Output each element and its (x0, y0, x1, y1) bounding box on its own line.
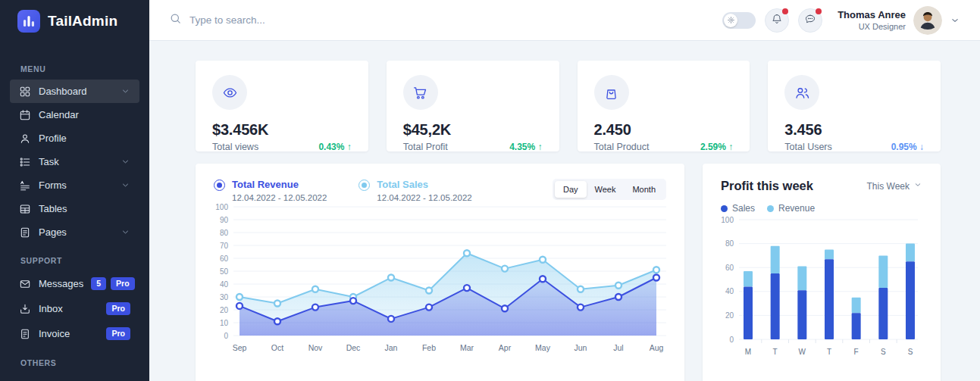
cart-icon (403, 75, 438, 110)
radio-icon (358, 180, 370, 191)
user-info: Thomas Anree UX Designer (838, 9, 906, 31)
notifications-button[interactable] (765, 8, 789, 33)
sidebar-item-label: Tables (39, 203, 67, 214)
mail-icon (19, 278, 31, 290)
svg-text:Jul: Jul (613, 343, 623, 352)
svg-text:Apr: Apr (499, 343, 512, 352)
stat-card-total-product: 2.450Total Product2.59% ↑ (578, 61, 750, 151)
main-area: Thomas Anree UX Designer (149, 0, 980, 381)
invoice-icon (19, 328, 31, 340)
svg-text:W: W (799, 348, 806, 356)
sidebar: TailAdmin MENUDashboardCalendarProfileTa… (0, 0, 149, 381)
svg-text:T: T (773, 348, 778, 356)
chevron-down-icon (121, 180, 130, 190)
revenue-chart-card: Total Revenue 12.04.2022 - 12.05.2022 To… (196, 164, 684, 381)
forms-icon (19, 180, 31, 192)
user-role: UX Designer (838, 22, 906, 31)
week-select-value: This Week (867, 181, 910, 192)
top-header: Thomas Anree UX Designer (149, 0, 980, 41)
messages-button[interactable] (798, 8, 822, 33)
stat-label: Total Profit (403, 142, 448, 152)
radio-icon (214, 180, 225, 191)
svg-text:Oct: Oct (271, 343, 283, 352)
series-date-range: 12.04.2022 - 12.05.2022 (232, 193, 327, 202)
period-button-month[interactable]: Month (624, 181, 664, 198)
svg-text:80: 80 (220, 229, 229, 237)
stat-value: $45,2K (403, 121, 543, 139)
bell-icon (771, 13, 783, 28)
pro-badge: Pro (106, 302, 130, 315)
series-name: Total Revenue (232, 179, 327, 190)
total-revenue-toggle[interactable]: Total Revenue 12.04.2022 - 12.05.2022 (214, 179, 327, 202)
header-actions: Thomas Anree UX Designer (722, 6, 960, 35)
sidebar-item-invoice[interactable]: InvoicePro (10, 321, 139, 346)
profit-chart-title: Profit this week (721, 179, 813, 193)
svg-text:40: 40 (725, 287, 734, 295)
svg-text:0: 0 (224, 332, 228, 340)
sidebar-item-inbox[interactable]: InboxPro (10, 296, 139, 321)
sidebar-item-task[interactable]: Task (10, 150, 139, 173)
chevron-down-icon (121, 86, 130, 96)
svg-text:70: 70 (220, 242, 229, 250)
svg-text:Aug: Aug (650, 343, 664, 352)
svg-text:30: 30 (220, 293, 229, 301)
search-icon (169, 12, 182, 28)
svg-text:S: S (908, 348, 913, 356)
sidebar-item-pages[interactable]: Pages (10, 220, 139, 244)
stat-label: Total Product (594, 142, 650, 152)
sidebar-item-label: Profile (39, 133, 67, 144)
sidebar-item-dashboard[interactable]: Dashboard (10, 80, 139, 103)
profit-bar-chart: 020406080100MTWTFSS (721, 214, 922, 371)
sidebar-item-forms[interactable]: Forms (10, 173, 139, 197)
svg-text:Feb: Feb (422, 343, 436, 352)
svg-text:0: 0 (729, 336, 734, 344)
svg-text:10: 10 (220, 319, 229, 327)
svg-text:Sep: Sep (233, 343, 247, 352)
stat-card-total-users: 3.456Total Users0.95% ↓ (768, 61, 941, 151)
table-icon (19, 203, 31, 215)
inbox-icon (19, 303, 31, 315)
sidebar-item-label: Pages (39, 226, 67, 238)
avatar[interactable] (913, 6, 942, 35)
stats-row: $3.456KTotal views0.43% ↑$45,2KTotal Pro… (196, 61, 941, 151)
profit-chart-card: Profit this week This Week SalesRevenue … (703, 164, 941, 381)
stat-delta-up: 0.43% ↑ (318, 142, 351, 152)
svg-text:60: 60 (725, 264, 734, 272)
grid-icon (19, 86, 31, 98)
sidebar-item-label: Task (39, 156, 59, 167)
svg-text:90: 90 (220, 216, 229, 224)
logo[interactable]: TailAdmin (0, 0, 149, 33)
sidebar-item-tables[interactable]: Tables (10, 197, 139, 220)
sidebar-item-profile[interactable]: Profile (10, 126, 139, 150)
svg-text:Nov: Nov (308, 343, 323, 352)
sidebar-item-messages[interactable]: Messages5Pro (10, 271, 139, 296)
dark-mode-toggle[interactable] (722, 12, 756, 29)
eye-icon (212, 75, 247, 110)
svg-text:F: F (854, 348, 859, 356)
search-input[interactable] (189, 14, 402, 26)
svg-text:40: 40 (220, 280, 229, 289)
svg-text:Jun: Jun (575, 343, 587, 352)
stat-delta-up: 4.35% ↑ (509, 142, 542, 152)
period-button-week[interactable]: Week (587, 181, 625, 198)
app-window: TailAdmin MENUDashboardCalendarProfileTa… (0, 0, 980, 381)
notification-dot (782, 8, 788, 14)
period-segmented-control: DayWeekMonth (553, 179, 666, 200)
user-menu[interactable]: Thomas Anree UX Designer (838, 6, 960, 35)
bag-icon (594, 75, 629, 110)
sidebar-item-calendar[interactable]: Calendar (10, 103, 139, 126)
week-select[interactable]: This Week (867, 180, 922, 192)
stat-label: Total views (212, 142, 258, 152)
sidebar-item-label: Invoice (39, 328, 70, 339)
svg-text:M: M (745, 348, 751, 356)
total-sales-toggle[interactable]: Total Sales 12.04.2022 - 12.05.2022 (358, 179, 471, 202)
svg-text:Mar: Mar (460, 343, 474, 352)
period-button-day[interactable]: Day (555, 181, 587, 198)
series-date-range: 12.04.2022 - 12.05.2022 (377, 193, 471, 202)
message-dot (816, 8, 822, 14)
stat-value: 2.450 (594, 121, 734, 139)
sidebar-item-label: Inbox (39, 303, 63, 314)
chevron-down-icon (913, 180, 922, 192)
stat-delta-down: 0.95% ↓ (891, 142, 924, 152)
sun-toggle-icon (724, 14, 737, 27)
